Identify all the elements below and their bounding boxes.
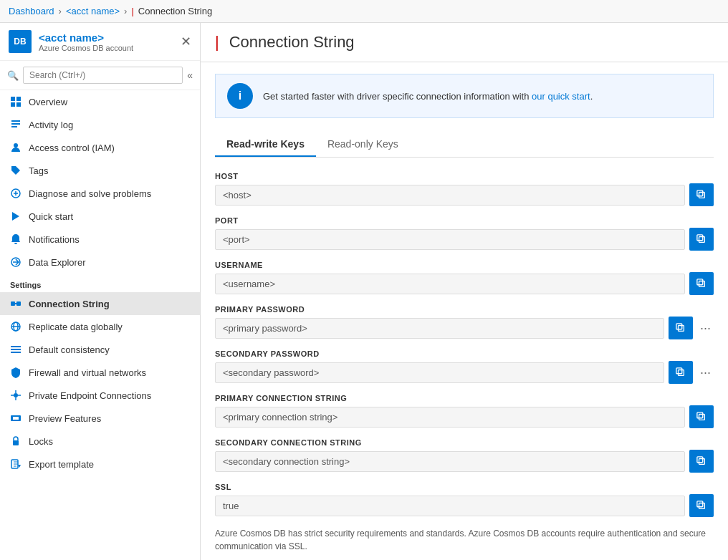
tab-read-write[interactable]: Read-write Keys — [215, 132, 316, 157]
secondary-password-label: SECONDARY PASSWORD — [215, 349, 714, 358]
port-copy-button[interactable] — [689, 228, 714, 251]
firewall-icon — [10, 367, 21, 378]
secondary-password-more-button[interactable]: ··· — [697, 365, 714, 380]
secondary-password-input[interactable] — [215, 362, 664, 383]
sidebar-item-overview-label: Overview — [29, 97, 67, 107]
export-template-icon — [10, 458, 21, 470]
svg-rect-12 — [11, 301, 15, 306]
info-banner: i Get started faster with driver specifi… — [215, 74, 714, 118]
sidebar-item-quick-start[interactable]: Quick start — [0, 205, 200, 228]
account-name: <acct name> — [39, 32, 173, 44]
sidebar-item-data-explorer[interactable]: Data Explorer — [0, 251, 200, 274]
primary-password-field-section: PRIMARY PASSWORD ··· — [215, 305, 714, 339]
primary-password-copy-button[interactable] — [669, 317, 693, 339]
sidebar-item-replicate[interactable]: Replicate data globally — [0, 315, 200, 338]
breadcrumb-sep1: › — [59, 6, 62, 16]
primary-connection-string-input[interactable] — [215, 407, 685, 428]
host-copy-button[interactable] — [689, 183, 714, 206]
private-endpoint-icon — [10, 390, 21, 401]
sidebar-item-diagnose-label: Diagnose and solve problems — [29, 188, 151, 199]
collapse-button[interactable]: « — [187, 69, 193, 81]
svg-rect-6 — [11, 126, 17, 127]
svg-rect-18 — [11, 346, 21, 347]
secondary-connection-string-label: SECONDARY CONNECTION STRING — [215, 438, 714, 447]
secondary-connection-string-copy-button[interactable] — [689, 450, 714, 473]
sidebar-item-tags-label: Tags — [29, 165, 48, 176]
svg-rect-0 — [11, 97, 15, 101]
svg-rect-38 — [676, 324, 682, 329]
svg-rect-41 — [699, 415, 705, 420]
breadcrumb-dashboard[interactable]: Dashboard — [9, 6, 54, 16]
sidebar-item-firewall[interactable]: Firewall and virtual networks — [0, 361, 200, 384]
primary-connection-string-copy-button[interactable] — [689, 405, 714, 428]
sidebar-item-quick-start-label: Quick start — [29, 211, 73, 222]
primary-password-input[interactable] — [215, 318, 664, 339]
svg-rect-33 — [699, 237, 705, 243]
sidebar-item-locks[interactable]: Locks — [0, 430, 200, 453]
svg-rect-4 — [11, 120, 20, 122]
sidebar-item-default-consistency[interactable]: Default consistency — [0, 338, 200, 361]
secondary-password-copy-button[interactable] — [669, 361, 693, 384]
sidebar-item-activity-log[interactable]: Activity log — [0, 113, 200, 136]
tab-read-only[interactable]: Read-only Keys — [316, 132, 410, 157]
connection-string-icon — [10, 298, 21, 309]
sidebar-item-preview-features[interactable]: Preview Features — [0, 407, 200, 430]
svg-rect-2 — [11, 102, 15, 107]
secondary-connection-string-row — [215, 450, 714, 473]
primary-password-more-button[interactable]: ··· — [697, 321, 714, 336]
header-pipe: | — [215, 33, 219, 52]
svg-rect-44 — [697, 457, 703, 463]
svg-rect-3 — [16, 102, 21, 107]
sidebar-item-export-template[interactable]: Export template — [0, 453, 200, 475]
ssl-input[interactable] — [215, 496, 685, 516]
svg-rect-37 — [678, 326, 684, 332]
sidebar-item-data-explorer-label: Data Explorer — [29, 257, 85, 268]
account-type: Azure Cosmos DB account — [39, 44, 173, 52]
access-control-icon — [10, 142, 21, 153]
content-body: i Get started faster with driver specifi… — [201, 62, 728, 560]
ssl-copy-button[interactable] — [689, 494, 714, 517]
overview-icon — [10, 96, 21, 107]
host-input[interactable] — [215, 185, 685, 206]
svg-point-7 — [14, 143, 18, 148]
sidebar-item-overview[interactable]: Overview — [0, 90, 200, 113]
svg-rect-31 — [699, 193, 705, 198]
svg-rect-35 — [699, 281, 705, 287]
port-input[interactable] — [215, 229, 685, 250]
svg-rect-36 — [697, 279, 703, 285]
info-icon: i — [227, 83, 253, 109]
close-button[interactable]: ✕ — [181, 34, 191, 49]
svg-rect-40 — [676, 368, 682, 374]
sidebar-item-default-consistency-label: Default consistency — [29, 344, 110, 355]
sidebar-nav: Overview Activity log Access control (IA… — [0, 90, 200, 475]
ssl-label: SSL — [215, 483, 714, 491]
secondary-connection-string-input[interactable] — [215, 451, 685, 472]
default-consistency-icon — [10, 344, 21, 355]
username-label: USERNAME — [215, 261, 714, 269]
username-copy-button[interactable] — [689, 272, 714, 295]
sidebar-item-diagnose[interactable]: Diagnose and solve problems — [0, 182, 200, 205]
username-field-section: USERNAME — [215, 261, 714, 295]
svg-point-21 — [14, 393, 18, 397]
content-area: | Connection String i Get started faster… — [201, 23, 728, 560]
sidebar-item-private-endpoint-label: Private Endpoint Connections — [29, 390, 151, 401]
settings-section-label: Settings — [0, 274, 200, 292]
quick-start-link[interactable]: our quick start — [532, 91, 590, 102]
sidebar-item-access-control[interactable]: Access control (IAM) — [0, 136, 200, 159]
primary-connection-string-field-section: PRIMARY CONNECTION STRING — [215, 394, 714, 428]
username-input[interactable] — [215, 274, 685, 294]
search-icon: 🔍 — [7, 70, 19, 81]
tabs-container: Read-write Keys Read-only Keys — [215, 132, 714, 158]
search-input[interactable] — [23, 67, 183, 84]
sidebar-item-connection-string[interactable]: Connection String — [0, 292, 200, 315]
diagnose-icon — [10, 188, 21, 199]
breadcrumb-acct[interactable]: <acct name> — [66, 6, 120, 16]
sidebar-item-access-control-label: Access control (IAM) — [29, 143, 115, 153]
sidebar-item-private-endpoint[interactable]: Private Endpoint Connections — [0, 384, 200, 407]
sidebar-item-notifications[interactable]: Notifications — [0, 228, 200, 251]
port-field-section: PORT — [215, 216, 714, 251]
sidebar-item-export-template-label: Export template — [29, 459, 94, 470]
secondary-password-field-section: SECONDARY PASSWORD ··· — [215, 349, 714, 384]
sidebar-item-tags[interactable]: Tags — [0, 159, 200, 182]
svg-rect-20 — [11, 352, 21, 353]
